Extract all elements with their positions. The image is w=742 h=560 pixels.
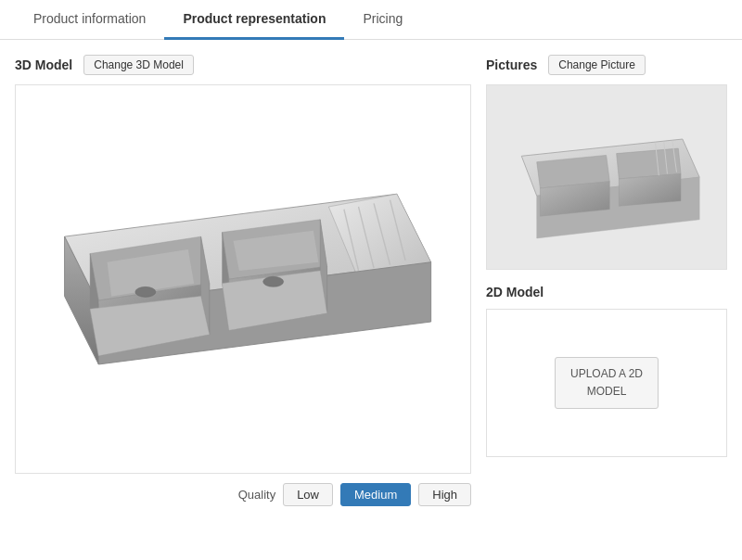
svg-point-20 bbox=[134, 286, 155, 297]
quality-low-button[interactable]: Low bbox=[283, 483, 333, 506]
model-2d-title: 2D Model bbox=[486, 285, 544, 299]
model-2d-header: 2D Model bbox=[486, 285, 727, 299]
model-3d-viewer bbox=[15, 84, 471, 474]
quality-bar: Quality Low Medium High bbox=[15, 483, 471, 506]
tab-product-repr[interactable]: Product representation bbox=[164, 0, 344, 40]
model-2d-viewer: UPLOAD A 2D MODEL bbox=[486, 309, 727, 457]
svg-marker-27 bbox=[620, 173, 682, 206]
pictures-header: Pictures Change Picture bbox=[486, 55, 727, 75]
main-content: 3D Model Change 3D Model bbox=[0, 40, 742, 521]
change-picture-button[interactable]: Change Picture bbox=[548, 55, 646, 75]
svg-marker-26 bbox=[617, 148, 681, 179]
model-3d-title: 3D Model bbox=[15, 57, 72, 72]
tab-product-info[interactable]: Product information bbox=[15, 0, 164, 40]
quality-medium-button[interactable]: Medium bbox=[340, 483, 411, 506]
upload-2d-model-button[interactable]: UPLOAD A 2D MODEL bbox=[555, 357, 659, 409]
sink-picture-svg bbox=[505, 99, 708, 255]
quality-high-button[interactable]: High bbox=[418, 483, 471, 506]
model-3d-header: 3D Model Change 3D Model bbox=[15, 55, 471, 75]
right-panel: Pictures Change Picture bbox=[486, 55, 727, 506]
left-panel: 3D Model Change 3D Model bbox=[15, 55, 471, 506]
tab-pricing[interactable]: Pricing bbox=[344, 0, 421, 40]
tabs-bar: Product information Product representati… bbox=[0, 0, 742, 40]
change-3d-model-button[interactable]: Change 3D Model bbox=[83, 55, 194, 75]
picture-viewer bbox=[486, 84, 727, 270]
sink-3d-svg bbox=[39, 105, 448, 453]
svg-point-21 bbox=[262, 276, 283, 286]
quality-label: Quality bbox=[238, 488, 275, 502]
pictures-title: Pictures bbox=[486, 57, 537, 72]
